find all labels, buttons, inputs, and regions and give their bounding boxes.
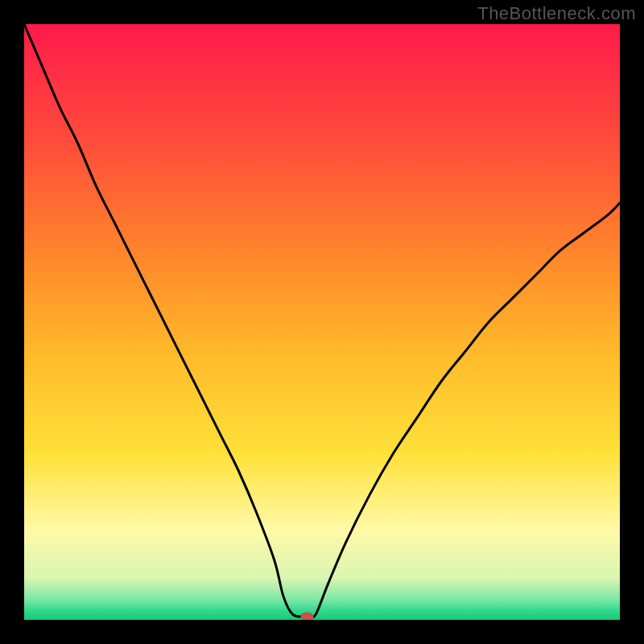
bottleneck-chart [0,0,644,644]
gradient-background [24,24,620,620]
watermark-text: TheBottleneck.com [477,3,636,24]
marker-dot [301,612,314,621]
chart-frame: TheBottleneck.com [0,0,644,644]
